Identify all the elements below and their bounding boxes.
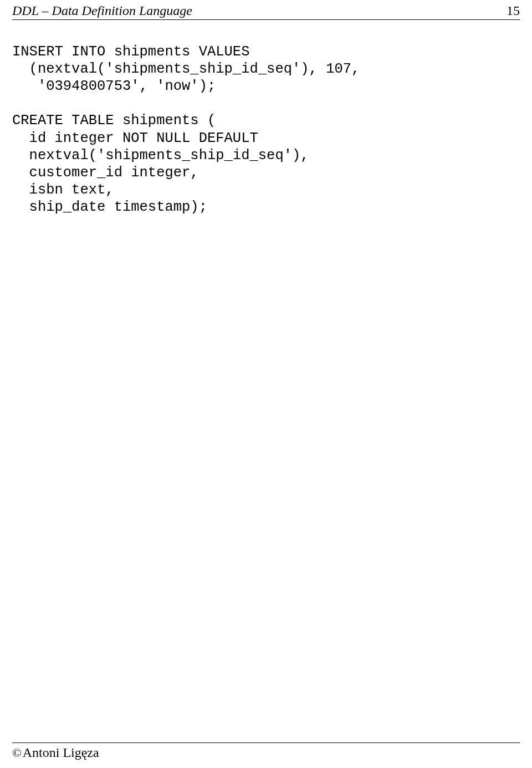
footer-author: Antoni Ligęza — [23, 745, 99, 760]
code-line: customer_id integer, — [12, 165, 199, 181]
code-block: INSERT INTO shipments VALUES (nextval('s… — [12, 20, 520, 216]
code-line: (nextval('shipments_ship_id_seq'), 107, — [12, 61, 360, 77]
copyright-icon: © — [12, 746, 22, 760]
code-line: CREATE TABLE shipments ( — [12, 113, 216, 129]
page-footer: © Antoni Ligęza — [12, 742, 520, 760]
header-title: DDL – Data Definition Language — [12, 3, 192, 18]
page-number: 15 — [507, 3, 520, 18]
code-line: id integer NOT NULL DEFAULT — [12, 130, 258, 146]
code-line: isbn text, — [12, 182, 114, 198]
page-header: DDL – Data Definition Language 15 — [12, 0, 520, 20]
code-line: '0394800753', 'now'); — [12, 78, 216, 94]
code-line: ship_date timestamp); — [12, 199, 207, 215]
code-line: INSERT INTO shipments VALUES — [12, 44, 249, 60]
code-line: nextval('shipments_ship_id_seq'), — [12, 148, 309, 164]
